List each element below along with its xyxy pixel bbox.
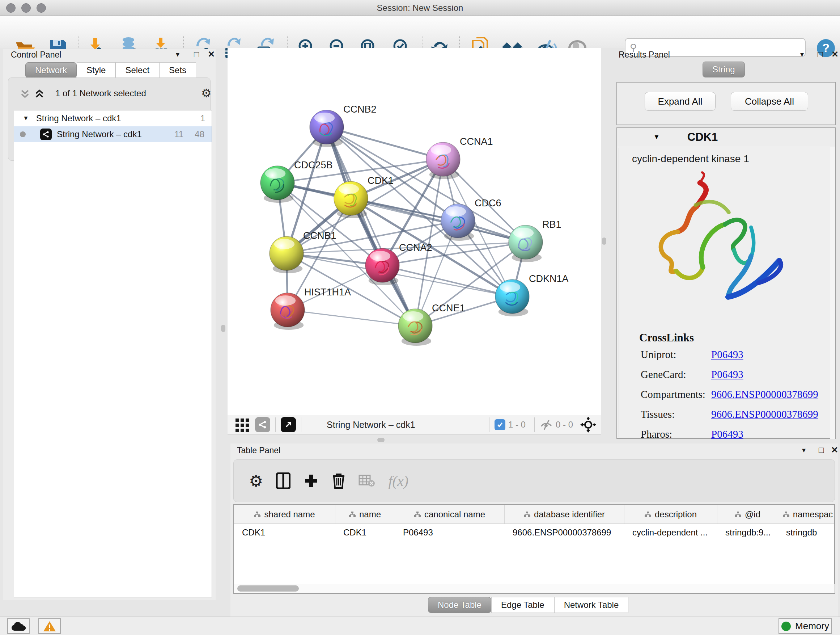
expand-all-tree-icon[interactable] [19,88,30,99]
open-in-window-icon[interactable] [281,417,296,432]
function-builder-icon: f(x) [388,472,409,489]
tab-style[interactable]: Style [77,62,115,78]
column-header-shared-name[interactable]: shared name [234,505,335,524]
collapse-panel-icon[interactable]: ▾ [800,50,804,59]
section-expander-icon[interactable]: ▼ [653,133,660,141]
crosslink-value-link[interactable]: 9606.ENSP00000378699 [711,388,818,401]
column-header-database-identifier[interactable]: database identifier [505,505,624,524]
results-panel: Results Panel ▾ □ ✕ String Expand All Co… [605,49,839,440]
crosslink-value-link[interactable]: P06493 [711,428,744,440]
table-panel: Table Panel ▾ □ ✕ ⚙ f(x) shared namename… [231,443,838,616]
network-collection-row[interactable]: ▼ String Network – cdk1 1 [14,111,212,126]
tab-network[interactable]: Network [25,62,77,78]
memory-button[interactable]: Memory [778,618,832,634]
column-header-@id[interactable]: @id [717,505,778,524]
crosslink-label: Pharos: [641,428,672,440]
table-header-row: shared namenamecanonical namedatabase id… [234,505,834,524]
table-cell[interactable]: CDK1 [335,524,395,541]
node-label: CCNB2 [343,104,377,115]
tab-edge-table[interactable]: Edge Table [491,597,554,613]
table-cell[interactable]: CDK1 [234,524,335,541]
column-header-description[interactable]: description [624,505,717,524]
delete-column-trash-icon[interactable] [332,472,346,489]
table-settings-gear-icon[interactable]: ⚙ [249,472,263,490]
network-node-CDC25B[interactable]: CDC25B [261,160,333,203]
network-canvas[interactable]: CCNB2CCNA1CDC25BCDK1CDC6RB1CCNB1CCNA2CDK… [227,48,601,415]
gene-section-header[interactable]: ▼ CDK1 [617,128,835,146]
left-splitter-handle[interactable] [221,325,225,332]
network-node-CDKN1A[interactable]: CDKN1A [495,273,569,317]
table-cell[interactable]: cyclin-dependent ... [624,524,717,541]
column-header-namespac[interactable]: namespac [778,505,835,524]
tab-string[interactable]: String [703,62,745,78]
results-scrollbar[interactable] [830,147,835,439]
show-columns-icon[interactable] [276,472,291,489]
collapse-all-tree-icon[interactable] [34,88,45,99]
table-row[interactable]: CDK1CDK1P064939606.ENSP00000378699cyclin… [234,524,834,541]
crosslink-label: Compartments: [641,388,706,401]
float-panel-icon[interactable]: □ [194,49,199,59]
network-options-gear-icon[interactable]: ⚙ [201,86,212,100]
node-label: CDKN1A [529,273,569,284]
network-node-RB1[interactable]: RB1 [508,219,561,262]
gene-name: CDK1 [687,131,718,144]
tab-network-table[interactable]: Network Table [554,597,629,613]
scrollbar-thumb[interactable] [237,585,299,592]
collapse-panel-icon[interactable]: ▾ [802,446,806,454]
tab-sets[interactable]: Sets [159,62,196,78]
warnings-button[interactable] [38,618,61,634]
column-header-name[interactable]: name [335,505,395,524]
float-panel-icon[interactable]: □ [819,445,824,455]
expand-all-button[interactable]: Expand All [645,92,715,111]
crosslink-row: Uniprot:P06493 [619,348,829,369]
node-label: CCNB1 [303,230,336,241]
float-panel-icon[interactable]: □ [818,49,823,59]
toolbar-separator [489,417,489,432]
tab-node-table[interactable]: Node Table [428,597,491,613]
table-cell[interactable]: stringdb:9... [717,524,778,541]
column-type-icon [349,511,355,518]
add-column-plus-icon[interactable] [303,473,319,488]
crosslinks-list: Uniprot:P06493GeneCard:P06493Compartment… [619,348,829,448]
close-panel-icon[interactable]: ✕ [831,445,838,455]
network-node-CCNB2[interactable]: CCNB2 [309,104,377,147]
hidden-eye-icon[interactable] [540,419,553,430]
crosslink-label: GeneCard: [641,369,686,380]
column-type-icon [645,511,651,518]
network-edge[interactable] [287,310,415,326]
cloud-button[interactable] [7,618,30,634]
tree-expander-icon[interactable]: ▼ [23,115,29,122]
tab-select[interactable]: Select [115,62,159,78]
selected-count: 1 - 0 [508,420,526,430]
column-type-icon [783,511,789,518]
control-panel-tabs: NetworkStyleSelectSets [25,62,196,78]
column-header-canonical-name[interactable]: canonical name [395,505,505,524]
network-row[interactable]: String Network – cdk1 11 48 [14,126,212,142]
collapse-all-button[interactable]: Collapse All [731,92,808,111]
network-node-HIST1H1A[interactable]: HIST1H1A [271,287,351,330]
delete-table-icon [358,474,375,488]
network-node-CDK1[interactable]: CDK1 [334,175,393,218]
birdseye-grid-icon[interactable] [235,417,250,432]
table-horizontal-scrollbar[interactable] [233,584,835,593]
bottom-splitter-handle[interactable] [377,438,385,442]
table-cell[interactable]: 9606.ENSP00000378699 [505,524,624,541]
warning-icon [43,621,56,632]
collection-count: 1 [201,113,205,124]
close-panel-icon[interactable]: ✕ [208,49,215,59]
crosslink-value-link[interactable]: 9606.ENSP00000378699 [711,409,818,420]
network-node-CCNA1[interactable]: CCNA1 [426,136,493,179]
crosslink-value-link[interactable]: P06493 [711,369,744,380]
crosslink-value-link[interactable]: P06493 [711,348,744,361]
memory-status-dot [782,622,791,631]
table-cell[interactable]: stringdb [778,524,835,541]
gene-details: cyclin-dependent kinase 1 [619,148,829,437]
network-share-icon[interactable] [255,417,270,432]
selected-checkbox-icon[interactable] [494,419,505,430]
results-content-box: ▼ CDK1 cyclin-dependent kinase 1 [616,127,836,439]
close-panel-icon[interactable]: ✕ [831,49,838,59]
table-cell[interactable]: P06493 [395,524,505,541]
collapse-panel-icon[interactable]: ▾ [176,50,180,59]
fit-content-crosshair-icon[interactable] [580,417,596,432]
node-label: CDC6 [475,198,501,209]
